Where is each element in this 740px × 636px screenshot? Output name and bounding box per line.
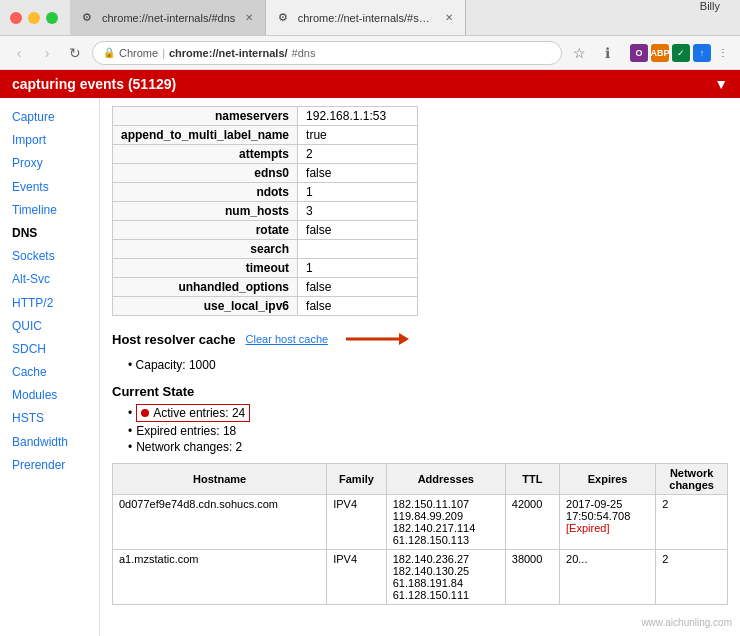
forward-button[interactable]: ›: [36, 42, 58, 64]
dns-ttl: 42000: [505, 495, 559, 550]
titlebar: ⚙ chrome://net-internals/#dns ✕ ⚙ chrome…: [0, 0, 740, 36]
ext-icon-abp[interactable]: ABP: [651, 44, 669, 62]
capacity-text: • Capacity: 1000: [112, 354, 728, 376]
reload-button[interactable]: ↻: [64, 42, 86, 64]
active-entries-text: Active entries: 24: [153, 406, 245, 420]
network-changes-item: Network changes: 2: [112, 439, 728, 455]
dns-hostname: 0d077ef9e74d8.cdn.sohucs.com: [113, 495, 327, 550]
dns-addresses: 182.150.11.107119.84.99.209182.140.217.1…: [386, 495, 505, 550]
table-row: nameservers192.168.1.1:53: [113, 107, 418, 126]
sidebar-item-prerender[interactable]: Prerender: [0, 454, 99, 477]
sidebar-item-cache[interactable]: Cache: [0, 361, 99, 384]
col-network-changes: Networkchanges: [656, 464, 728, 495]
address-separator: |: [162, 47, 165, 59]
config-value: 2: [298, 145, 418, 164]
config-key: use_local_ipv6: [113, 297, 298, 316]
config-key: append_to_multi_label_name: [113, 126, 298, 145]
host-resolver-label: Host resolver cache: [112, 332, 236, 347]
bookmark-button[interactable]: ☆: [568, 42, 590, 64]
capacity-value: Capacity: 1000: [136, 358, 216, 372]
tabs-spacer: [466, 0, 690, 35]
traffic-lights: [10, 12, 58, 24]
table-row: num_hosts3: [113, 202, 418, 221]
sidebar-item-timeline[interactable]: Timeline: [0, 199, 99, 222]
table-row: ndots1: [113, 183, 418, 202]
ext-icon-4[interactable]: ↑: [693, 44, 711, 62]
sidebar-item-hsts[interactable]: HSTS: [0, 407, 99, 430]
sidebar-item-capture[interactable]: Capture: [0, 106, 99, 129]
address-bar: ‹ › ↻ 🔒 Chrome | chrome://net-internals/…: [0, 36, 740, 70]
info-button[interactable]: ℹ: [596, 42, 618, 64]
col-family: Family: [327, 464, 387, 495]
extensions-toolbar: O ABP ✓ ↑ ⋮: [630, 44, 732, 62]
config-key: edns0: [113, 164, 298, 183]
sidebar-item-quic[interactable]: QUIC: [0, 315, 99, 338]
tab-favicon-2: ⚙: [278, 11, 291, 25]
dns-hostname: a1.mzstatic.com: [113, 550, 327, 605]
config-key: num_hosts: [113, 202, 298, 221]
body-area: Capture Import Proxy Events Timeline DNS…: [0, 98, 740, 636]
config-key: rotate: [113, 221, 298, 240]
ext-icon-3[interactable]: ✓: [672, 44, 690, 62]
host-resolver-title: Host resolver cache Clear host cache: [112, 328, 728, 350]
close-button[interactable]: [10, 12, 22, 24]
tab-title-dns: chrome://net-internals/#dns: [102, 12, 235, 24]
tab-sockets[interactable]: ⚙ chrome://net-internals/#socke ✕: [266, 0, 466, 35]
ext-icon-1[interactable]: O: [630, 44, 648, 62]
main-content: capturing events (51129) ▼ Capture Impor…: [0, 70, 740, 636]
sidebar-item-modules[interactable]: Modules: [0, 384, 99, 407]
minimize-button[interactable]: [28, 12, 40, 24]
protocol-label: Chrome: [119, 47, 158, 59]
config-value: 192.168.1.1:53: [298, 107, 418, 126]
table-row: a1.mzstatic.com IPV4 182.140.236.27182.1…: [113, 550, 728, 605]
tab-dns[interactable]: ⚙ chrome://net-internals/#dns ✕: [70, 0, 266, 35]
active-entries-item: Active entries: 24: [112, 403, 728, 423]
sidebar-item-import[interactable]: Import: [0, 129, 99, 152]
expired-entries-item: Expired entries: 18: [112, 423, 728, 439]
dns-config-table: nameservers192.168.1.1:53append_to_multi…: [112, 106, 418, 316]
sidebar-item-http2[interactable]: HTTP/2: [0, 292, 99, 315]
config-value: 3: [298, 202, 418, 221]
sidebar-item-bandwidth[interactable]: Bandwidth: [0, 431, 99, 454]
table-row: unhandled_optionsfalse: [113, 278, 418, 297]
dns-table-header: Hostname Family Addresses TTL Expires Ne…: [113, 464, 728, 495]
config-key: nameservers: [113, 107, 298, 126]
dns-family: IPV4: [327, 495, 387, 550]
sidebar-item-dns[interactable]: DNS: [0, 222, 99, 245]
config-value: 1: [298, 259, 418, 278]
sidebar-item-sdch[interactable]: SDCH: [0, 338, 99, 361]
content-area: nameservers192.168.1.1:53append_to_multi…: [100, 98, 740, 636]
table-row: 0d077ef9e74d8.cdn.sohucs.com IPV4 182.15…: [113, 495, 728, 550]
sidebar-item-events[interactable]: Events: [0, 176, 99, 199]
col-expires: Expires: [560, 464, 656, 495]
clear-host-cache-button[interactable]: Clear host cache: [246, 333, 329, 345]
active-dot: [141, 409, 149, 417]
table-row: append_to_multi_label_nametrue: [113, 126, 418, 145]
tab-title-sockets: chrome://net-internals/#socke: [298, 12, 436, 24]
dns-network-changes: 2: [656, 495, 728, 550]
dns-addresses: 182.140.236.27182.140.130.2561.188.191.8…: [386, 550, 505, 605]
config-key: search: [113, 240, 298, 259]
red-arrow-icon: [344, 328, 409, 350]
table-row: search: [113, 240, 418, 259]
sidebar-item-proxy[interactable]: Proxy: [0, 152, 99, 175]
back-button[interactable]: ‹: [8, 42, 30, 64]
address-host: chrome://net-internals/: [169, 47, 288, 59]
config-value: [298, 240, 418, 259]
tab-close-dns[interactable]: ✕: [245, 12, 253, 23]
address-input[interactable]: 🔒 Chrome | chrome://net-internals/ #dns: [92, 41, 562, 65]
ext-icon-5[interactable]: ⋮: [714, 44, 732, 62]
sidebar-item-sockets[interactable]: Sockets: [0, 245, 99, 268]
col-addresses: Addresses: [386, 464, 505, 495]
current-state-title: Current State: [112, 384, 728, 399]
tab-favicon: ⚙: [82, 11, 96, 25]
sidebar-item-alt-svc[interactable]: Alt-Svc: [0, 268, 99, 291]
dns-network-changes: 2: [656, 550, 728, 605]
active-entries-box: Active entries: 24: [136, 404, 250, 422]
tab-close-sockets[interactable]: ✕: [445, 12, 453, 23]
maximize-button[interactable]: [46, 12, 58, 24]
sidebar: Capture Import Proxy Events Timeline DNS…: [0, 98, 100, 636]
banner-arrow: ▼: [714, 76, 728, 92]
config-value: 1: [298, 183, 418, 202]
config-value: false: [298, 221, 418, 240]
